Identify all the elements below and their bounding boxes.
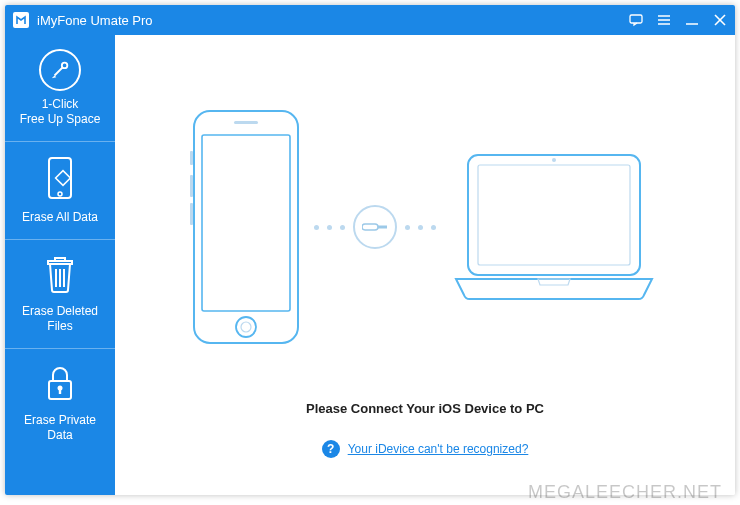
trash-icon — [42, 254, 78, 298]
lock-icon — [43, 363, 77, 407]
sidebar-item-label: Erase Private Data — [11, 413, 109, 443]
svg-rect-28 — [362, 224, 378, 230]
sidebar: 1-Click Free Up Space Erase All Data — [5, 35, 115, 495]
title-bar: iMyFone Umate Pro — [5, 5, 735, 35]
svg-point-11 — [58, 192, 62, 196]
window-controls — [629, 13, 727, 27]
app-window: iMyFone Umate Pro — [5, 5, 735, 495]
help-icon: ? — [322, 440, 340, 458]
watermark: MEGALEECHER.NET — [528, 482, 722, 503]
svg-rect-30 — [468, 155, 640, 275]
sidebar-item-label: Erase All Data — [11, 210, 109, 225]
broom-icon — [39, 49, 81, 91]
connect-illustration — [115, 107, 735, 347]
sidebar-item-erase-private-data[interactable]: Erase Private Data — [5, 349, 115, 457]
svg-rect-24 — [234, 121, 258, 124]
main-content: Please Connect Your iOS Device to PC ? Y… — [115, 35, 735, 495]
sidebar-item-free-up-space[interactable]: 1-Click Free Up Space — [5, 35, 115, 142]
phone-illustration — [186, 107, 306, 347]
phone-erase-icon — [43, 156, 77, 204]
dots-left — [314, 225, 345, 230]
help-line: ? Your iDevice can't be recognized? — [115, 440, 735, 458]
svg-line-8 — [55, 67, 63, 75]
svg-rect-20 — [194, 111, 298, 343]
laptop-illustration — [444, 145, 664, 309]
svg-rect-26 — [190, 175, 193, 197]
svg-rect-29 — [378, 226, 387, 229]
help-link[interactable]: Your iDevice can't be recognized? — [348, 442, 529, 456]
dots-right — [405, 225, 436, 230]
sidebar-item-erase-all-data[interactable]: Erase All Data — [5, 142, 115, 240]
svg-rect-13 — [57, 172, 70, 185]
sidebar-item-erase-deleted-files[interactable]: Erase Deleted Files — [5, 240, 115, 349]
app-icon — [13, 12, 29, 28]
sidebar-item-label: 1-Click Free Up Space — [11, 97, 109, 127]
close-icon[interactable] — [713, 13, 727, 27]
body: 1-Click Free Up Space Erase All Data — [5, 35, 735, 495]
svg-point-32 — [552, 158, 556, 162]
minimize-icon[interactable] — [685, 13, 699, 27]
svg-point-22 — [236, 317, 256, 337]
svg-rect-19 — [59, 389, 61, 394]
svg-rect-25 — [190, 151, 193, 165]
feedback-icon[interactable] — [629, 13, 643, 27]
menu-icon[interactable] — [657, 13, 671, 27]
connect-prompt: Please Connect Your iOS Device to PC — [115, 401, 735, 416]
svg-rect-1 — [630, 15, 642, 23]
svg-rect-31 — [478, 165, 630, 265]
connector-illustration — [314, 205, 436, 249]
app-title: iMyFone Umate Pro — [37, 13, 153, 28]
sidebar-item-label: Erase Deleted Files — [11, 304, 109, 334]
plug-icon — [353, 205, 397, 249]
svg-point-23 — [241, 322, 251, 332]
svg-point-9 — [62, 63, 68, 68]
svg-rect-27 — [190, 203, 193, 225]
svg-rect-21 — [202, 135, 290, 311]
